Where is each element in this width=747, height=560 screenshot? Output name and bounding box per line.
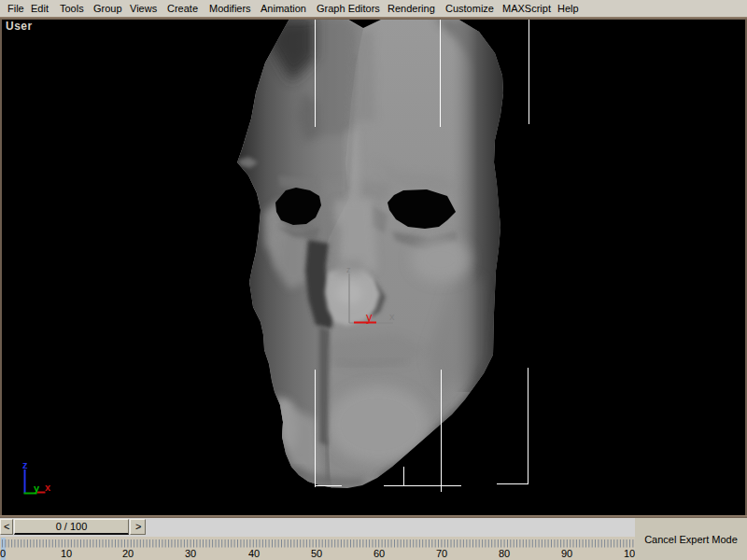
svg-text:x: x (45, 482, 51, 493)
svg-text:z: z (22, 459, 28, 470)
svg-text:y: y (34, 483, 40, 494)
svg-text:x: x (389, 311, 395, 322)
svg-text:z: z (346, 265, 351, 274)
